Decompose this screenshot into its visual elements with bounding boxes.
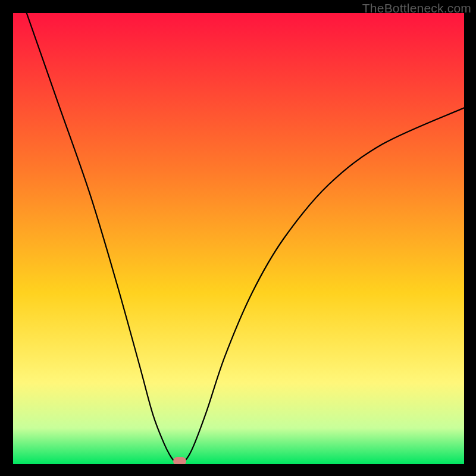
curve-right: [181, 108, 464, 464]
watermark-text: TheBottleneck.com: [362, 1, 471, 15]
chart-frame: TheBottleneck.com: [0, 0, 476, 476]
curve-svg: [13, 13, 464, 464]
curve-left: [27, 13, 178, 464]
bottleneck-marker: [173, 457, 186, 464]
plot-area: [13, 13, 464, 464]
